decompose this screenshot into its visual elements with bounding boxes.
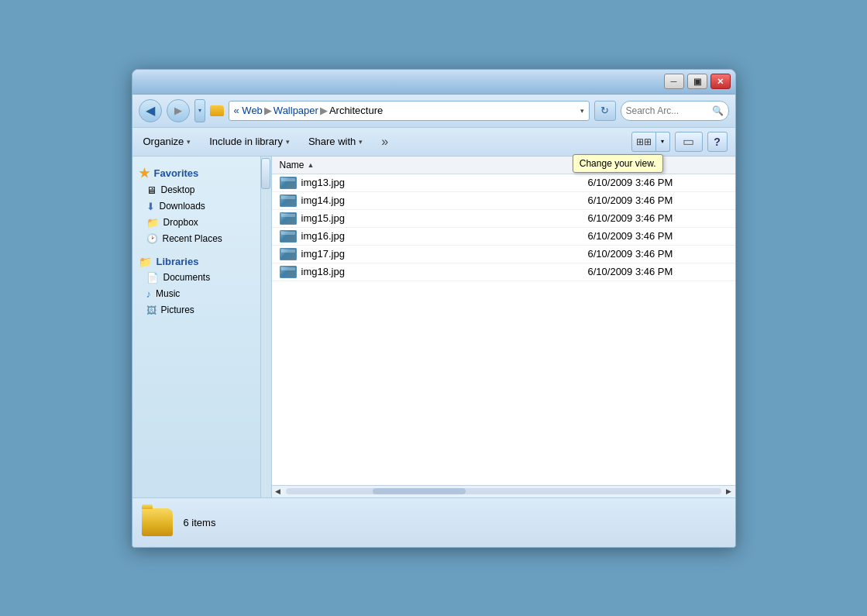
sidebar-item-documents[interactable]: 📄 Documents — [132, 270, 271, 286]
sidebar-item-recent-places[interactable]: 🕑 Recent Places — [132, 231, 271, 246]
libraries-header[interactable]: 📁 Libraries — [132, 253, 271, 270]
libraries-label: Libraries — [157, 256, 199, 267]
table-row[interactable]: img15.jpg 6/10/2009 3:46 PM — [272, 210, 735, 228]
file-date: 6/10/2009 3:46 PM — [588, 212, 728, 224]
folder-large-icon — [142, 508, 173, 536]
view-dropdown-button[interactable]: ▾ — [656, 132, 670, 152]
file-list-area: Name ▲ Date img13.jpg 6/10/2009 3:46 PM … — [272, 157, 735, 497]
share-arrow-icon: ▾ — [359, 138, 363, 146]
file-name: img14.jpg — [301, 194, 588, 206]
sidebar-item-pictures[interactable]: 🖼 Pictures — [132, 302, 271, 318]
back-button[interactable]: ◀ — [139, 99, 162, 122]
breadcrumb-web[interactable]: « Web — [234, 105, 263, 116]
horizontal-scrollbar[interactable]: ◀ ▶ — [272, 485, 735, 497]
addressbar: ◀ ▶ ▾ « Web ▶ Wallpaper ▶ Architecture ▾… — [132, 95, 735, 128]
pane-button[interactable]: ▭ — [675, 132, 703, 152]
table-row[interactable]: img17.jpg 6/10/2009 3:46 PM — [272, 246, 735, 263]
search-bar: 🔍 — [621, 101, 729, 121]
library-arrow-icon: ▾ — [286, 138, 290, 146]
documents-label: Documents — [163, 272, 211, 283]
hscroll-track[interactable] — [286, 488, 721, 494]
toolbar-right: ⊞⊞ Change your view. ▾ ▭ ? — [631, 132, 728, 152]
downloads-label: Downloads — [160, 201, 205, 212]
main-area: ★ Favorites 🖥 Desktop ⬇ Downloads 📁 Drop… — [132, 157, 735, 497]
toolbar: Organize ▾ Include in library ▾ Share wi… — [132, 128, 735, 157]
sidebar-divider — [132, 246, 271, 253]
file-name: img18.jpg — [301, 266, 588, 277]
table-row[interactable]: img16.jpg 6/10/2009 3:46 PM — [272, 228, 735, 246]
item-count: 6 items — [184, 517, 216, 528]
sidebar-scrollbar[interactable] — [260, 157, 271, 497]
restore-button[interactable]: ▣ — [687, 74, 707, 89]
sidebar-item-downloads[interactable]: ⬇ Downloads — [132, 198, 271, 215]
hscroll-right-arrow[interactable]: ▶ — [723, 485, 735, 497]
explorer-window: ─ ▣ ✕ ◀ ▶ ▾ « Web ▶ Wallpaper ▶ Architec… — [132, 69, 736, 548]
file-icon — [280, 266, 297, 278]
search-icon[interactable]: 🔍 — [712, 105, 724, 116]
favorites-label: Favorites — [154, 167, 199, 179]
sidebar-item-dropbox[interactable]: 📁 Dropbox — [132, 215, 271, 231]
file-date: 6/10/2009 3:46 PM — [588, 248, 728, 260]
minimize-button[interactable]: ─ — [664, 74, 684, 89]
organize-label: Organize — [143, 136, 184, 147]
titlebar-controls: ─ ▣ ✕ — [664, 74, 731, 89]
file-name: img13.jpg — [301, 177, 588, 188]
breadcrumb-sep-2: ▶ — [320, 105, 328, 116]
folder-icon — [210, 105, 224, 116]
forward-button[interactable]: ▶ — [167, 99, 190, 122]
hscroll-thumb[interactable] — [373, 488, 466, 494]
file-icon — [280, 248, 297, 260]
share-with-label: Share with — [308, 136, 356, 147]
col-name-header[interactable]: Name ▲ — [280, 160, 588, 170]
breadcrumb-dropdown-arrow[interactable]: ▾ — [580, 107, 584, 115]
titlebar: ─ ▣ ✕ — [132, 70, 735, 95]
file-date: 6/10/2009 3:46 PM — [588, 177, 728, 188]
music-icon: ♪ — [146, 288, 152, 300]
dropbox-icon: 📁 — [146, 217, 159, 229]
file-date: 6/10/2009 3:46 PM — [588, 194, 728, 206]
organize-arrow-icon: ▾ — [187, 138, 191, 146]
recent-places-icon: 🕑 — [146, 233, 158, 244]
file-name: img15.jpg — [301, 212, 588, 224]
sort-arrow-icon: ▲ — [308, 161, 315, 169]
file-rows: img13.jpg 6/10/2009 3:46 PM img14.jpg 6/… — [272, 174, 735, 485]
library-icon: 📁 — [139, 256, 152, 268]
pictures-label: Pictures — [161, 305, 194, 315]
include-library-button[interactable]: Include in library ▾ — [206, 134, 293, 149]
search-input[interactable] — [626, 105, 709, 116]
file-date: 6/10/2009 3:46 PM — [588, 266, 728, 277]
file-name: img16.jpg — [301, 230, 588, 242]
view-button[interactable]: ⊞⊞ Change your view. — [631, 132, 656, 152]
file-name: img17.jpg — [301, 248, 588, 260]
col-name-label: Name — [280, 160, 304, 170]
file-icon — [280, 194, 297, 207]
organize-button[interactable]: Organize ▾ — [140, 134, 194, 149]
hscroll-left-arrow[interactable]: ◀ — [272, 485, 284, 497]
more-button[interactable]: » — [378, 133, 391, 150]
file-icon — [280, 212, 297, 225]
table-row[interactable]: img14.jpg 6/10/2009 3:46 PM — [272, 192, 735, 210]
change-view-tooltip: Change your view. — [573, 154, 663, 173]
nav-dropdown-button[interactable]: ▾ — [194, 99, 205, 122]
close-button[interactable]: ✕ — [710, 74, 731, 89]
table-row[interactable]: img13.jpg 6/10/2009 3:46 PM — [272, 174, 735, 192]
file-list-header: Name ▲ Date — [272, 157, 735, 174]
downloads-icon: ⬇ — [146, 201, 155, 212]
favorites-header[interactable]: ★ Favorites — [132, 163, 271, 182]
pictures-icon: 🖼 — [146, 305, 157, 316]
file-icon — [280, 230, 297, 243]
breadcrumb-wallpaper[interactable]: Wallpaper — [274, 105, 318, 116]
sidebar-item-desktop[interactable]: 🖥 Desktop — [132, 182, 271, 198]
desktop-label: Desktop — [161, 184, 195, 195]
star-icon: ★ — [139, 166, 150, 181]
breadcrumb[interactable]: « Web ▶ Wallpaper ▶ Architecture ▾ — [229, 101, 590, 121]
file-date: 6/10/2009 3:46 PM — [588, 230, 728, 242]
help-button[interactable]: ? — [707, 132, 728, 152]
sidebar-item-music[interactable]: ♪ Music — [132, 286, 271, 302]
file-icon — [280, 177, 297, 189]
share-with-button[interactable]: Share with ▾ — [305, 134, 366, 149]
sidebar-scrollbar-thumb — [261, 158, 270, 189]
documents-icon: 📄 — [146, 272, 159, 284]
table-row[interactable]: img18.jpg 6/10/2009 3:46 PM — [272, 263, 735, 281]
refresh-button[interactable]: ↻ — [594, 101, 616, 121]
